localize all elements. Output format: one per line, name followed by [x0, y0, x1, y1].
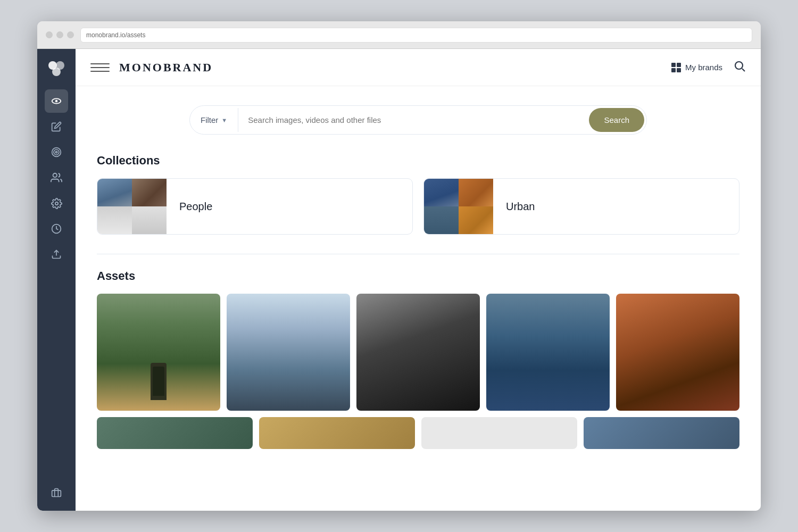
upload-icon	[51, 249, 62, 260]
sidebar	[37, 49, 76, 511]
people-thumb-4	[132, 206, 167, 234]
people-thumb-3	[97, 206, 132, 234]
traffic-lights	[46, 31, 74, 38]
asset-card-bottom-3[interactable]	[421, 417, 577, 449]
filter-label: Filter	[201, 115, 218, 124]
address-bar[interactable]: monobrand.io/assets	[80, 28, 752, 43]
eye-icon	[51, 95, 62, 107]
hamburger-line-1	[90, 63, 110, 64]
filter-button[interactable]: Filter ▼	[190, 108, 238, 132]
traffic-light-minimize[interactable]	[56, 31, 63, 38]
urban-collection-label: Urban	[493, 201, 739, 213]
sidebar-item-settings[interactable]	[45, 192, 68, 215]
asset-card-bottom-4[interactable]	[584, 417, 739, 449]
people-thumb-2	[132, 179, 167, 206]
svg-point-5	[52, 148, 61, 157]
search-bar: Filter ▼ Search	[189, 105, 647, 135]
asset-card-2[interactable]	[227, 294, 350, 411]
people-icon	[51, 172, 62, 184]
brand-logo: MONOBRAND	[119, 61, 213, 74]
my-brands-button[interactable]: My brands	[671, 63, 722, 72]
asset-card-5[interactable]	[616, 294, 739, 411]
hamburger-line-3	[90, 71, 110, 72]
browser-window: monobrand.io/assets	[37, 21, 761, 511]
grid-cell-2	[677, 63, 681, 67]
asset-card-1[interactable]	[97, 294, 220, 411]
svg-point-9	[55, 202, 57, 204]
hamburger-line-2	[90, 67, 110, 68]
collections-grid: People Urban	[97, 178, 739, 235]
svg-point-7	[55, 151, 57, 153]
urban-thumb-4	[459, 206, 493, 234]
assets-section: Assets	[97, 269, 739, 449]
asset-card-3[interactable]	[356, 294, 480, 411]
briefcase-icon	[51, 487, 62, 498]
svg-point-4	[55, 100, 58, 103]
sidebar-item-clock[interactable]	[45, 217, 68, 240]
assets-grid-bottom	[97, 417, 739, 449]
grid-icon	[671, 63, 681, 72]
my-brands-label: My brands	[685, 63, 722, 72]
clock-icon	[51, 223, 62, 234]
search-icon-button[interactable]	[733, 60, 746, 76]
collections-title: Collections	[97, 154, 739, 168]
urban-thumbnails	[424, 179, 493, 234]
asset-card-4[interactable]	[486, 294, 610, 411]
top-nav: MONOBRAND My brands	[76, 49, 761, 86]
sidebar-item-briefcase[interactable]	[45, 481, 68, 504]
svg-point-13	[735, 62, 743, 69]
page-content: Filter ▼ Search Collections	[76, 86, 761, 511]
edit-icon	[51, 121, 62, 132]
urban-thumb-1	[424, 179, 459, 206]
asset-card-bottom-2[interactable]	[259, 417, 415, 449]
people-thumb-1	[97, 179, 132, 206]
traffic-light-close[interactable]	[46, 31, 53, 38]
grid-cell-1	[671, 63, 676, 67]
urban-thumb-3	[424, 206, 459, 234]
svg-point-6	[54, 149, 59, 155]
logo-icon	[46, 59, 66, 79]
sidebar-item-target[interactable]	[45, 140, 68, 164]
grid-cell-4	[677, 68, 681, 72]
sidebar-logo	[43, 55, 70, 83]
people-thumbnails	[97, 179, 167, 234]
figure-silhouette	[153, 367, 164, 396]
svg-point-2	[52, 68, 61, 76]
target-icon	[51, 147, 62, 157]
sidebar-item-upload[interactable]	[45, 243, 68, 266]
svg-line-14	[742, 69, 745, 71]
traffic-light-maximize[interactable]	[67, 31, 74, 38]
collection-card-people[interactable]: People	[97, 178, 413, 235]
collection-card-urban[interactable]: Urban	[423, 178, 739, 235]
people-collection-label: People	[167, 201, 412, 213]
browser-chrome: monobrand.io/assets	[37, 21, 761, 49]
section-divider	[97, 254, 739, 254]
asset-card-bottom-1[interactable]	[97, 417, 253, 449]
grid-cell-3	[671, 68, 676, 72]
sidebar-item-people[interactable]	[45, 166, 68, 189]
sidebar-item-eye[interactable]	[45, 89, 68, 113]
browser-body: MONOBRAND My brands	[37, 49, 761, 511]
settings-icon	[51, 198, 62, 209]
search-icon	[733, 60, 746, 72]
nav-right: My brands	[671, 60, 746, 76]
urban-thumb-2	[459, 179, 493, 206]
collections-section: Collections People	[97, 154, 739, 235]
search-button[interactable]: Search	[589, 108, 644, 132]
search-input[interactable]	[238, 108, 587, 132]
chevron-down-icon: ▼	[221, 117, 227, 123]
assets-grid	[97, 294, 739, 411]
svg-point-8	[53, 173, 57, 177]
assets-title: Assets	[97, 269, 739, 283]
sidebar-item-edit[interactable]	[45, 115, 68, 138]
hamburger-menu[interactable]	[90, 58, 110, 77]
main-content: MONOBRAND My brands	[76, 49, 761, 511]
svg-rect-12	[52, 491, 61, 497]
